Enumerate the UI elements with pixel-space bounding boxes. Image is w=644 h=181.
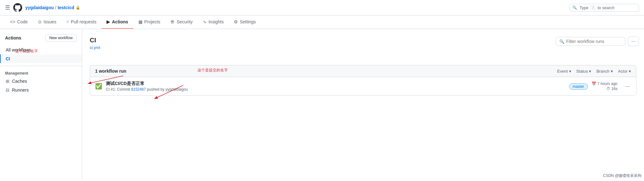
event-chevron-icon: ▾: [569, 69, 571, 74]
actor-chevron-icon: ▾: [629, 69, 631, 74]
sidebar-ci-label: CI: [6, 56, 10, 61]
annotation-commit-label: 这个是提交的名字: [197, 68, 228, 73]
sidebar: Actions New workflow All workflows CI 这个…: [0, 29, 82, 180]
tab-insights[interactable]: ∿ Insights: [198, 15, 229, 29]
clock-icon: ⏱: [606, 87, 610, 91]
branch-filter-button[interactable]: Branch ▾: [596, 69, 613, 74]
filter-workflow-input[interactable]: [566, 39, 622, 44]
tab-insights-label: Insights: [209, 19, 224, 24]
run-meta-suffix: pushed by yygdaidaigou: [147, 87, 188, 92]
workflow-title: CI: [90, 37, 636, 44]
runs-container: 1 workflow run Event ▾ Status ▾ Branch ▾: [90, 65, 636, 96]
run-time-ago-row: 📅 7 hours ago: [592, 81, 617, 86]
status-filter-button[interactable]: Status ▾: [576, 69, 592, 74]
calendar-icon: 📅: [592, 81, 596, 86]
main-content: CI ci.yml 🔍 ··· 1 workflow run Event ▾: [82, 29, 644, 180]
event-filter-label: Event: [557, 69, 568, 74]
tab-pr-label: Pull requests: [71, 19, 96, 24]
run-info: 测试CI/CD是否正常 CI #1: Commit 8152467 pushed…: [106, 81, 558, 92]
filter-input-wrap[interactable]: 🔍: [556, 37, 625, 46]
topbar-left: ☰ yygdaidaigou / testcicd 🔒: [5, 3, 80, 13]
tab-security-label: Security: [177, 19, 193, 24]
runs-header: 1 workflow run Event ▾ Status ▾ Branch ▾: [90, 65, 636, 77]
tab-actions[interactable]: ▶ Actions: [101, 15, 133, 29]
tab-code[interactable]: <> Code: [5, 15, 33, 29]
pr-icon: ⑂: [66, 19, 69, 24]
sidebar-item-runners[interactable]: ⊟ Runners: [0, 86, 82, 94]
breadcrumb-user[interactable]: yygdaidaigou: [25, 5, 54, 10]
tab-projects[interactable]: ▦ Projects: [133, 15, 166, 29]
topbar-search[interactable]: 🔍 Type / to search: [569, 4, 639, 12]
layout: Actions New workflow All workflows CI 这个…: [0, 29, 644, 180]
projects-icon: ▦: [138, 19, 143, 24]
run-time: 📅 7 hours ago ⏱ 16s: [592, 81, 617, 91]
slash-shortcut: /: [591, 5, 595, 10]
sidebar-item-ci[interactable]: CI: [0, 54, 82, 63]
sidebar-header: Actions New workflow: [0, 34, 82, 45]
filter-more-button[interactable]: ···: [628, 37, 639, 46]
annotation-name-label: 这个就是名字: [15, 49, 38, 54]
caches-icon: ⊞: [6, 79, 9, 84]
tab-issues-label: Issues: [44, 19, 56, 24]
run-status-success-icon: ✅: [95, 83, 102, 90]
sidebar-divider: [0, 66, 82, 66]
settings-icon: ⚙: [234, 19, 238, 24]
actor-filter-button[interactable]: Actor ▾: [618, 69, 631, 74]
tab-issues[interactable]: ⊙ Issues: [33, 15, 61, 29]
run-name[interactable]: 测试CI/CD是否正常: [106, 81, 558, 87]
branch-badge[interactable]: master: [569, 83, 588, 90]
status-chevron-icon: ▾: [589, 69, 591, 74]
runners-icon: ⊟: [6, 87, 9, 93]
sidebar-caches-label: Caches: [12, 79, 27, 84]
sidebar-runners-label: Runners: [12, 87, 29, 93]
runs-count: 1 workflow run: [95, 69, 126, 74]
branch-filter-label: Branch: [596, 69, 609, 74]
search-text: Type: [580, 5, 588, 10]
table-row: ✅ 测试CI/CD是否正常 CI #1: Commit 8152467 push…: [90, 77, 636, 95]
sidebar-item-all-workflows[interactable]: All workflows: [0, 45, 82, 54]
insights-icon: ∿: [203, 19, 207, 24]
tab-security[interactable]: ⛨ Security: [165, 15, 198, 29]
security-icon: ⛨: [170, 19, 175, 24]
actions-icon: ▶: [106, 19, 110, 24]
workflow-file-link[interactable]: ci.yml: [90, 45, 636, 50]
event-filter-button[interactable]: Event ▾: [557, 69, 571, 74]
tab-actions-label: Actions: [112, 19, 128, 24]
code-icon: <>: [10, 19, 15, 24]
search-icon: 🔍: [572, 5, 577, 10]
filter-bar: 🔍 ···: [556, 37, 639, 46]
tab-pull-requests[interactable]: ⑂ Pull requests: [61, 15, 101, 29]
tab-settings-label: Settings: [240, 19, 256, 24]
nav-tabs: <> Code ⊙ Issues ⑂ Pull requests ▶ Actio…: [0, 15, 644, 29]
tab-code-label: Code: [17, 19, 27, 24]
run-commit-link[interactable]: 8152467: [131, 87, 146, 92]
search-text-suffix: to search: [598, 5, 614, 10]
sidebar-management-label: Management: [0, 69, 82, 77]
run-more-button[interactable]: ···: [624, 82, 631, 91]
breadcrumb: yygdaidaigou / testcicd 🔒: [25, 5, 80, 10]
run-time-ago: 7 hours ago: [598, 81, 617, 86]
run-meta: CI #1: Commit 8152467 pushed by yygdaida…: [106, 87, 558, 92]
breadcrumb-repo[interactable]: testcicd: [58, 5, 74, 10]
lock-icon: 🔒: [76, 5, 80, 10]
hamburger-icon[interactable]: ☰: [5, 4, 10, 11]
sidebar-item-caches[interactable]: ⊞ Caches: [0, 77, 82, 86]
runs-filter-cols: Event ▾ Status ▾ Branch ▾ Actor ▾: [557, 69, 631, 74]
watermark: CSDN @嗷喽怪呆呆狗: [603, 173, 641, 178]
sidebar-title: Actions: [5, 35, 21, 40]
github-logo: [13, 3, 23, 13]
tab-projects-label: Projects: [144, 19, 161, 24]
new-workflow-button[interactable]: New workflow: [45, 34, 77, 42]
breadcrumb-separator: /: [55, 5, 56, 10]
filter-search-icon: 🔍: [559, 39, 564, 44]
status-filter-label: Status: [576, 69, 588, 74]
actor-filter-label: Actor: [618, 69, 628, 74]
run-duration: 16s: [611, 87, 617, 91]
topbar: ☰ yygdaidaigou / testcicd 🔒 🔍 Type / to …: [0, 0, 644, 15]
run-duration-row: ⏱ 16s: [606, 87, 617, 91]
branch-chevron-icon: ▾: [611, 69, 613, 74]
tab-settings[interactable]: ⚙ Settings: [229, 15, 261, 29]
run-meta-text: CI #1: Commit: [106, 87, 130, 92]
issues-icon: ⊙: [38, 19, 42, 24]
run-branch: master: [569, 84, 588, 89]
